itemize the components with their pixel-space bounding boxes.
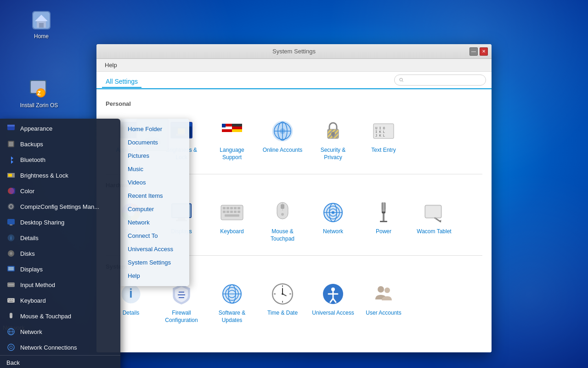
compiz-menu-icon [6, 202, 16, 211]
online-accounts-label: Online Accounts [263, 147, 303, 154]
keyboard-menu-icon [6, 296, 16, 305]
file-panel-recent-items[interactable]: Recent Items [120, 189, 189, 202]
bluetooth-menu-label: Bluetooth [20, 156, 45, 163]
svg-rect-135 [7, 298, 15, 303]
brightness-menu-icon [6, 171, 16, 180]
all-settings-tab[interactable]: All Settings [102, 76, 141, 88]
keyboard-icon [219, 200, 245, 225]
settings-icon-mouse[interactable]: Mouse & Touchpad [257, 194, 308, 248]
network-connections-menu-label: Network Connections [20, 344, 77, 351]
file-panel-universal-access[interactable]: Universal Access [120, 242, 189, 256]
file-panel-music[interactable]: Music [120, 162, 189, 176]
app-menu-back[interactable]: Back [0, 355, 120, 368]
settings-icon-wacom[interactable]: Wacom Tablet [409, 194, 459, 248]
app-menu-item-backups[interactable]: Backups [0, 136, 120, 152]
file-panel-documents[interactable]: Documents [120, 136, 189, 149]
app-menu-item-appearance[interactable]: Appearance [0, 121, 120, 136]
svg-point-123 [8, 203, 14, 210]
svg-text:I K L: I K L [375, 130, 385, 134]
text-entry-label: Text Entry [371, 147, 396, 154]
file-panel-pictures[interactable]: Pictures [120, 149, 189, 162]
language-icon [219, 118, 245, 144]
settings-icon-security[interactable]: Security & Privacy [308, 113, 358, 167]
settings-icon-software-updates[interactable]: Software & Updates [207, 276, 257, 329]
disks-menu-icon [6, 249, 16, 258]
file-panel-computer[interactable]: Computer [120, 202, 189, 216]
svg-rect-139 [9, 301, 13, 302]
settings-icon-network[interactable]: Network [308, 194, 358, 248]
desktop-sharing-menu-label: Desktop Sharing [20, 219, 64, 226]
back-label: Back [6, 359, 20, 366]
svg-line-12 [402, 81, 403, 82]
app-menu-item-network[interactable]: Network [0, 324, 120, 339]
svg-rect-67 [281, 204, 284, 209]
file-panel-connect-to[interactable]: Connect To [120, 229, 189, 242]
wacom-icon [421, 200, 447, 225]
menubar: Help [96, 59, 492, 72]
app-menu-item-disks[interactable]: Disks [0, 246, 120, 261]
file-panel-system-settings[interactable]: System Settings [120, 256, 189, 269]
svg-rect-79 [383, 213, 384, 221]
file-panel-help[interactable]: Help [120, 269, 189, 282]
app-menu: Appearance Backups Bluetooth Brightness … [0, 119, 120, 368]
details-menu-label: Details [20, 235, 39, 242]
details-label: Details [123, 310, 140, 317]
input-method-menu-label: Input Method [20, 282, 55, 288]
app-menu-item-bluetooth[interactable]: Bluetooth [0, 152, 120, 167]
svg-rect-26 [232, 124, 242, 126]
network-icon [320, 200, 346, 225]
settings-icon-power[interactable]: Power [358, 194, 409, 248]
app-menu-item-brightness[interactable]: Brightness & Lock [0, 167, 120, 183]
svg-rect-117 [9, 142, 13, 146]
svg-rect-56 [230, 207, 233, 209]
app-menu-item-displays[interactable]: Displays [0, 261, 120, 277]
appearance-menu-icon [6, 124, 16, 133]
settings-icon-text-entry[interactable]: U I O I K L J K L Text Entry [358, 113, 409, 167]
app-menu-item-network-connections[interactable]: Network Connections [0, 339, 120, 355]
settings-icon-universal-access[interactable]: Universal Access [308, 276, 358, 329]
network-menu-label: Network [20, 328, 42, 335]
svg-rect-28 [232, 129, 242, 132]
settings-icon-user-accounts[interactable]: User Accounts [358, 276, 409, 329]
settings-icon-keyboard[interactable]: Keyboard [207, 194, 257, 248]
search-input[interactable] [404, 77, 481, 84]
svg-rect-126 [10, 224, 12, 225]
settings-icon-language[interactable]: Language Support [207, 113, 257, 167]
svg-point-145 [8, 344, 14, 351]
online-accounts-icon [270, 118, 295, 144]
app-menu-item-keyboard[interactable]: Keyboard [0, 293, 120, 308]
svg-text:J K L: J K L [375, 134, 385, 138]
app-menu-item-color[interactable]: Color [0, 183, 120, 199]
close-button[interactable]: ✕ [480, 47, 488, 56]
app-menu-item-input-method[interactable]: Input Method [0, 277, 120, 293]
svg-point-35 [280, 128, 285, 134]
app-menu-item-compiz[interactable]: CompizConfig Settings Man... [0, 199, 120, 214]
settings-icon-time-date[interactable]: Time & Date [257, 276, 308, 329]
svg-rect-58 [237, 207, 240, 209]
mouse-icon [270, 200, 295, 225]
search-box [394, 75, 486, 86]
desktop-icon-home[interactable]: Home [23, 9, 60, 40]
svg-rect-25 [222, 124, 226, 127]
menu-help[interactable]: Help [102, 61, 120, 69]
app-menu-item-mouse[interactable]: Mouse & Touchpad [0, 308, 120, 324]
network-connections-menu-icon [6, 343, 16, 352]
app-menu-item-details[interactable]: i Details [0, 230, 120, 246]
color-menu-icon [6, 186, 16, 196]
settings-icon-online-accounts[interactable]: Online Accounts [257, 113, 308, 167]
time-date-label: Time & Date [267, 310, 298, 317]
svg-point-84 [434, 217, 436, 219]
file-panel-home-folder[interactable]: Home Folder [120, 122, 189, 136]
svg-rect-57 [234, 207, 237, 209]
svg-rect-82 [426, 206, 441, 217]
desktop-icon-install-zorin[interactable]: Z Install Zorin OS [18, 78, 60, 109]
svg-rect-27 [232, 126, 242, 129]
home-icon-label: Home [34, 33, 49, 40]
file-panel-network[interactable]: Network [120, 216, 189, 229]
svg-point-105 [282, 293, 283, 295]
file-panel-videos[interactable]: Videos [120, 176, 189, 189]
minimize-button[interactable]: — [469, 47, 478, 56]
disks-menu-label: Disks [20, 250, 35, 257]
app-menu-item-desktop-sharing[interactable]: Desktop Sharing [0, 214, 120, 230]
user-accounts-icon [371, 281, 396, 307]
